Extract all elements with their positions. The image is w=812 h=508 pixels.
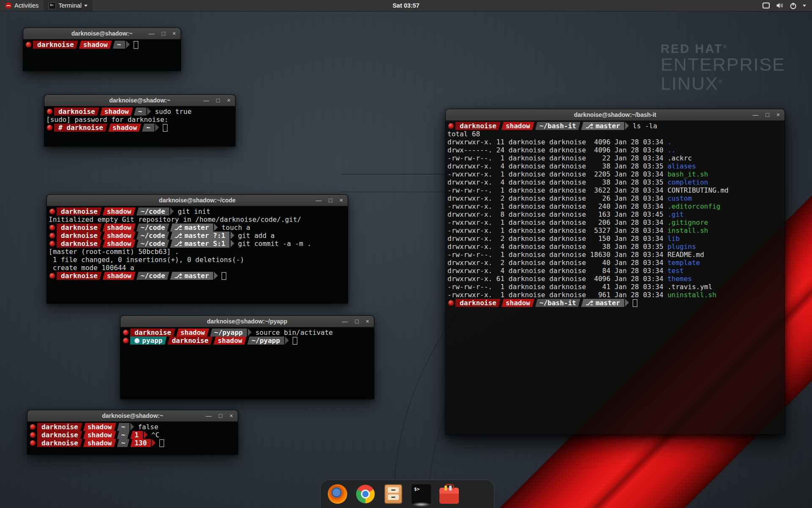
path-segment: ~ [117, 439, 130, 447]
git-branch-icon: ⎇ [174, 224, 184, 232]
minimize-button[interactable]: — [206, 413, 211, 419]
file-list-row: -rw-rw-r--. 1 darknoise darknoise 3622 J… [447, 186, 784, 194]
terminal-cursor [633, 299, 637, 307]
file-meta: -rw-rw-r--. 1 darknoise darknoise 41 Jan… [447, 283, 667, 291]
app-menu-terminal[interactable]: $> Terminal [44, 0, 93, 11]
terminal-content[interactable]: darknoiseshadow~/pyappsource bin/activat… [121, 327, 374, 345]
maximize-button[interactable]: □ [216, 97, 219, 103]
maximize-button[interactable]: □ [162, 30, 165, 36]
file-meta: drwxrwxr-x. 4 darknoise darknoise 84 Jan… [447, 267, 667, 275]
output-line: [master (root-commit) 50bcb63] . [49, 248, 347, 256]
window-titlebar[interactable]: darknoise@shadow:~—□× [23, 28, 181, 39]
terminal-icon: $> [411, 484, 431, 504]
file-list-row: -rwxrwxr-x. 1 darknoise darknoise 5327 J… [447, 226, 784, 235]
user-segment: darknoise [37, 439, 82, 447]
caret-down-icon [84, 5, 88, 7]
minimize-button[interactable]: — [315, 197, 321, 203]
host-segment: shadow [502, 122, 535, 130]
file-meta: drwxrwxr-x. 8 darknoise darknoise 163 Ja… [447, 210, 667, 218]
host-segment: shadow [103, 232, 136, 240]
window-titlebar[interactable]: darknoise@shadow:~/code—□× [47, 195, 348, 206]
prompt-arrow-icon [214, 224, 218, 231]
close-button[interactable]: × [227, 97, 230, 103]
command-text: source bin/activate [255, 329, 333, 337]
close-button[interactable]: × [340, 197, 343, 203]
dock-item-terminal[interactable]: $> [410, 483, 432, 505]
window-controls: —□× [148, 28, 176, 39]
window-controls: —□× [752, 109, 780, 120]
terminal-content[interactable]: darknoiseshadow~/bash-it⎇ masterls -lato… [446, 121, 785, 307]
window-controls: —□× [342, 316, 369, 327]
window-controls: —□× [203, 95, 230, 106]
redhat-prompt-icon [30, 440, 36, 446]
file-meta: drwxrwxr-x. 2 darknoise darknoise 26 Jan… [447, 194, 667, 202]
maximize-button[interactable]: □ [219, 413, 222, 419]
minimize-button[interactable]: — [342, 318, 348, 324]
file-meta: drwxrwxr-x. 2 darknoise darknoise 150 Ja… [447, 235, 667, 243]
host-segment: shadow [502, 299, 535, 307]
window-titlebar[interactable]: darknoise@shadow:~—□× [27, 410, 238, 422]
clock[interactable]: Sat 03:57 [392, 2, 420, 9]
close-button[interactable]: × [776, 112, 780, 118]
maximize-button[interactable]: □ [355, 318, 358, 324]
file-meta: drwx------. 24 darknoise darknoise 4096 … [447, 146, 667, 154]
file-meta: drwxrwxr-x. 2 darknoise darknoise 40 Jan… [447, 259, 667, 267]
file-name: README.md [667, 251, 704, 259]
running-indicator [412, 502, 430, 507]
user-segment: darknoise [57, 207, 102, 215]
file-list-row: drwxrwxr-x. 4 darknoise darknoise 84 Jan… [447, 267, 784, 275]
dock-item-firefox[interactable] [326, 483, 348, 505]
files-icon [384, 484, 402, 504]
host-segment: shadow [103, 272, 136, 280]
activities-button[interactable]: Activities [0, 0, 44, 11]
maximize-button[interactable]: □ [765, 112, 769, 118]
prompt-arrow-icon [230, 232, 234, 239]
output-line: Initialized empty Git repository in /hom… [49, 215, 347, 224]
host-segment: shadow [83, 431, 116, 439]
prompt-line: darknoiseshadow~sudo true [46, 108, 234, 116]
file-meta: drwxrwxr-x. 4 darknoise darknoise 38 Jan… [447, 178, 667, 186]
user-segment: darknoise [57, 240, 102, 248]
window-titlebar[interactable]: darknoise@shadow:~—□× [44, 95, 235, 106]
file-list-row: drwxrwxr-x. 4 darknoise darknoise 38 Jan… [447, 243, 784, 251]
close-button[interactable]: × [230, 413, 233, 419]
prompt-line: darknoiseshadow~/code⎇ master [49, 272, 347, 280]
prompt-arrow-icon [144, 431, 148, 439]
system-status-area[interactable] [759, 0, 809, 11]
redhat-prompt-icon [49, 233, 55, 238]
terminal-content[interactable]: darknoiseshadow~falsedarknoiseshadow~1^C… [27, 422, 238, 447]
file-list-row: drwxrwxr-x. 2 darknoise darknoise 150 Ja… [447, 235, 784, 243]
file-meta: -rw-rw-r--. 1 darknoise darknoise 3622 J… [447, 186, 667, 194]
file-list-row: drwxrwxr-x. 4 darknoise darknoise 38 Jan… [447, 178, 784, 186]
redhat-prompt-icon [448, 123, 454, 129]
caret-down-icon [803, 5, 806, 7]
prompt-arrow-icon [130, 423, 134, 431]
close-button[interactable]: × [173, 30, 176, 36]
chrome-icon [356, 485, 375, 503]
terminal-content[interactable]: darknoiseshadow~ [23, 39, 181, 49]
dock-item-chrome[interactable] [354, 483, 376, 505]
dock-item-app-grid[interactable] [466, 483, 488, 505]
window-titlebar[interactable]: darknoise@shadow:~/bash-it—□× [446, 109, 785, 121]
exit-segment: 130 [130, 439, 151, 447]
prompt-arrow-icon [147, 108, 151, 115]
file-meta: -rwxrwxr-x. 1 darknoise darknoise 961 Ja… [447, 291, 667, 299]
file-name: .editorconfig [667, 202, 720, 210]
path-segment: ~/code [137, 207, 170, 215]
terminal-app-icon: $> [49, 2, 56, 9]
firefox-icon [328, 484, 347, 504]
command-text: git init [178, 207, 210, 215]
terminal-content[interactable]: darknoiseshadow~sudo true[sudo] password… [44, 106, 235, 132]
minimize-button[interactable]: — [752, 112, 758, 118]
close-button[interactable]: × [366, 318, 369, 324]
dock-item-toolbox[interactable] [438, 483, 460, 505]
prompt-arrow-icon [248, 329, 252, 336]
terminal-content[interactable]: darknoiseshadow~/codegit initInitialized… [47, 206, 348, 280]
window-titlebar[interactable]: darknoise@shadow:~/pyapp—□× [121, 316, 374, 327]
maximize-button[interactable]: □ [329, 197, 332, 203]
minimize-button[interactable]: — [203, 97, 209, 103]
minimize-button[interactable]: — [148, 30, 154, 36]
terminal-cursor [293, 337, 297, 345]
dock-item-files[interactable] [382, 483, 404, 505]
file-list-row: -rwxrwxr-x. 1 darknoise darknoise 961 Ja… [447, 291, 784, 299]
